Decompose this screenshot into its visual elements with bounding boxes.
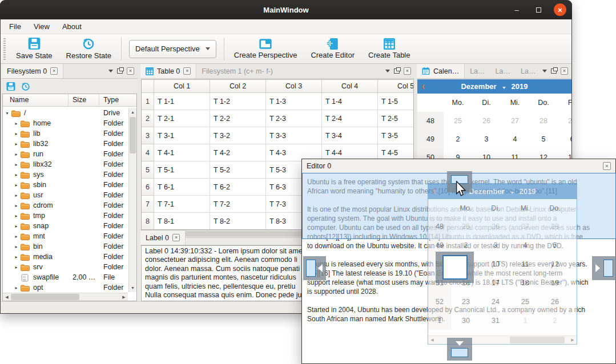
table-cell[interactable]: T 2-5 [378,110,414,127]
table-cell[interactable]: T 4-2 [210,144,266,161]
perspective-combo[interactable]: Default Perspective [129,40,216,58]
tree-caret-icon[interactable]: ▸ [12,244,21,249]
editor-close-button[interactable]: × [603,162,611,170]
table-cell[interactable]: T 1-3 [266,93,322,110]
restore-icon[interactable] [21,82,30,91]
row-header[interactable]: 3 [142,127,154,144]
dock-menu-button[interactable] [108,70,113,72]
tree-row[interactable]: ▸ run Folder [3,149,128,159]
restore-state-button[interactable]: Restore State [59,37,119,61]
tree-caret-icon[interactable]: ▸ [12,224,21,229]
tree-caret-icon[interactable]: ▾ [3,111,11,116]
scroll-up-icon[interactable]: ▲ [129,108,136,116]
row-header[interactable]: 8 [142,213,154,230]
tree-caret-icon[interactable]: ▸ [12,172,21,177]
tab-filesystem-0[interactable]: Filesystem 0 × [2,64,63,78]
dock-float-button[interactable] [117,68,123,74]
tree-header[interactable]: Name Size Type [3,94,136,107]
column-header[interactable]: Col 4 [322,80,378,93]
column-header[interactable]: Col 2 [210,80,266,93]
scrollbar-thumb[interactable] [11,294,79,300]
tab-label-0[interactable]: Label 0 × [140,230,186,245]
column-header[interactable]: Col 1 [154,80,210,93]
tree-row[interactable]: ▸ snap Folder [3,221,128,231]
save-icon[interactable] [6,82,15,91]
save-state-button[interactable]: Save State [9,37,59,61]
calendar-day[interactable]: 26 [472,117,501,125]
table-cell[interactable]: T 5-2 [210,161,266,179]
dock-float-button[interactable] [551,68,557,74]
dock-menu-button[interactable] [385,70,390,72]
tab-calendar[interactable]: Calen… [417,64,465,78]
tree-row[interactable]: ▸ bin Folder [3,241,128,252]
tab-close-icon[interactable]: × [50,67,58,75]
tree-row[interactable]: ▸ lib32 Folder [3,139,128,149]
tree-row[interactable]: ▸ home Folder [3,118,128,128]
tree-row[interactable]: ▸ cdrom Folder [3,200,128,211]
tree-row[interactable]: ▸ lib Folder [3,128,128,139]
calendar-day[interactable]: 3 [472,135,501,143]
table-cell[interactable]: T 3-5 [378,127,414,144]
table-cell[interactable]: T 8-1 [154,213,210,230]
toolbar-grip[interactable] [3,38,6,60]
calendar-day[interactable]: 27 [501,117,529,125]
table-cell[interactable]: T 6-1 [154,179,210,196]
tree-caret-icon[interactable]: ▸ [12,234,21,239]
calendar-day[interactable]: 2 [444,135,472,143]
tree-caret-icon[interactable]: ▸ [12,162,21,167]
table-cell[interactable]: T 7-2 [210,196,266,213]
menu-item[interactable]: About [56,21,88,33]
calendar-year[interactable]: 2019 [512,82,528,91]
row-header[interactable]: 1 [142,93,154,110]
tree-row[interactable]: swapfile 2,00 … File [3,272,128,282]
tree-caret-icon[interactable]: ▸ [12,152,21,157]
tree-caret-icon[interactable]: ▸ [12,203,21,208]
scroll-down-icon[interactable]: ▼ [129,284,136,292]
table-cell[interactable]: T 8-2 [210,213,266,230]
tree-caret-icon[interactable]: ▸ [12,121,21,126]
table-cell[interactable]: T 7-1 [154,196,210,213]
create-perspective-button[interactable]: Create Perspective [227,37,304,60]
table-cell[interactable]: T 1-5 [378,93,414,110]
column-header[interactable]: Col 3 [266,80,322,93]
table-cell[interactable]: T 2-4 [322,110,378,127]
tree-horizontal-scrollbar[interactable]: ◀ ▶ [3,293,128,301]
tree-vertical-scrollbar[interactable]: ▲ ▼ [128,108,136,292]
tab-close-icon[interactable]: × [172,234,180,241]
table-cell[interactable]: T 1-1 [154,93,210,110]
tree-row[interactable]: ▸ opt Folder [3,282,128,292]
close-button[interactable]: × [554,3,566,16]
tree-caret-icon[interactable]: ▸ [12,254,21,260]
tab-filesystem-1[interactable]: Filesystem 1 (c+ m- f-) [196,64,278,78]
calendar-day[interactable]: 28 [529,117,558,125]
column-size[interactable]: Size [73,96,86,104]
tree-caret-icon[interactable]: ▸ [12,265,21,270]
tree-row[interactable]: ▸ sbin Folder [3,180,128,190]
tree-row[interactable]: ▸ mnt Folder [3,231,128,241]
table-cell[interactable]: T 5-1 [154,161,210,179]
table-cell[interactable]: T 2-3 [266,110,322,127]
tree-row[interactable]: ▸ srv Folder [3,262,128,272]
tree-caret-icon[interactable]: ▸ [12,193,21,198]
scroll-left-icon[interactable]: ◀ [3,293,10,301]
row-header[interactable]: 4 [142,144,154,161]
row-header[interactable]: 7 [142,196,154,213]
table-cell[interactable]: T 2-2 [210,110,266,127]
maximize-button[interactable] [532,3,545,16]
row-header[interactable]: 6 [142,179,154,196]
calendar-day[interactable]: 25 [444,117,472,125]
tree-caret-icon[interactable]: ▸ [12,141,21,147]
table-cell[interactable]: T 3-2 [210,127,266,144]
tree-row[interactable]: ▸ usr Folder [3,190,128,200]
menu-item[interactable]: File [3,21,27,33]
table-cell[interactable]: T 2-1 [154,110,210,127]
menu-item[interactable]: View [27,21,56,33]
table-cell[interactable]: T 3-3 [266,127,322,144]
calendar-day[interactable]: 4 [501,135,529,143]
row-header[interactable]: 2 [142,110,154,127]
minimize-button[interactable]: – [510,3,523,16]
scroll-right-icon[interactable]: ▶ [120,293,127,301]
scrollbar-thumb[interactable] [130,117,136,153]
table-cell[interactable]: T 3-1 [154,127,210,144]
tree-caret-icon[interactable]: ▸ [12,183,21,188]
